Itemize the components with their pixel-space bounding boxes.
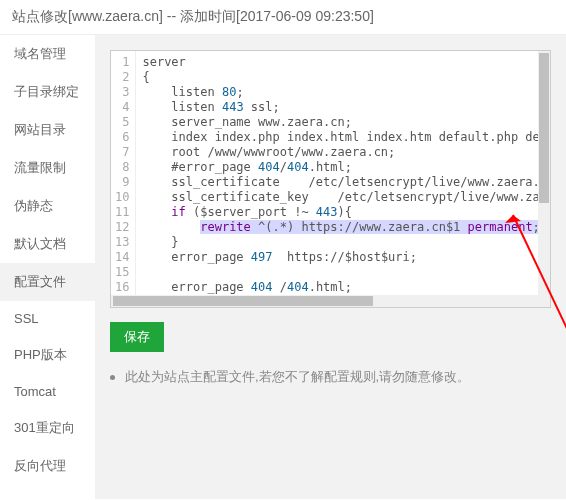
bullet-icon	[110, 375, 115, 380]
sidebar-item-11[interactable]: 反向代理	[0, 447, 95, 485]
page-title: 站点修改[www.zaera.cn] -- 添加时间[2017-06-09 09…	[0, 0, 566, 35]
line-gutter: 1234567891011121314151617	[111, 51, 136, 307]
code-area[interactable]: server{ listen 80; listen 443 ssl; serve…	[136, 51, 550, 307]
scrollbar-thumb-h[interactable]	[113, 296, 373, 306]
sidebar-item-9[interactable]: Tomcat	[0, 374, 95, 409]
scrollbar-thumb-v[interactable]	[539, 53, 549, 203]
sidebar-item-8[interactable]: PHP版本	[0, 336, 95, 374]
sidebar-item-5[interactable]: 默认文档	[0, 225, 95, 263]
config-note: 此处为站点主配置文件,若您不了解配置规则,请勿随意修改。	[110, 368, 551, 386]
note-text: 此处为站点主配置文件,若您不了解配置规则,请勿随意修改。	[125, 369, 470, 384]
sidebar-item-7[interactable]: SSL	[0, 301, 95, 336]
sidebar-item-3[interactable]: 流量限制	[0, 149, 95, 187]
sidebar-item-2[interactable]: 网站目录	[0, 111, 95, 149]
sidebar-item-6[interactable]: 配置文件	[0, 263, 95, 301]
sidebar-item-10[interactable]: 301重定向	[0, 409, 95, 447]
sidebar: 域名管理子目录绑定网站目录流量限制伪静态默认文档配置文件SSLPHP版本Tomc…	[0, 35, 95, 499]
config-editor[interactable]: 1234567891011121314151617 server{ listen…	[110, 50, 551, 308]
sidebar-item-1[interactable]: 子目录绑定	[0, 73, 95, 111]
scrollbar-horizontal[interactable]	[111, 295, 538, 307]
sidebar-item-0[interactable]: 域名管理	[0, 35, 95, 73]
save-button[interactable]: 保存	[110, 322, 164, 352]
scroll-corner	[538, 295, 550, 307]
scrollbar-vertical[interactable]	[538, 51, 550, 295]
main-panel: 1234567891011121314151617 server{ listen…	[95, 35, 566, 499]
sidebar-item-4[interactable]: 伪静态	[0, 187, 95, 225]
